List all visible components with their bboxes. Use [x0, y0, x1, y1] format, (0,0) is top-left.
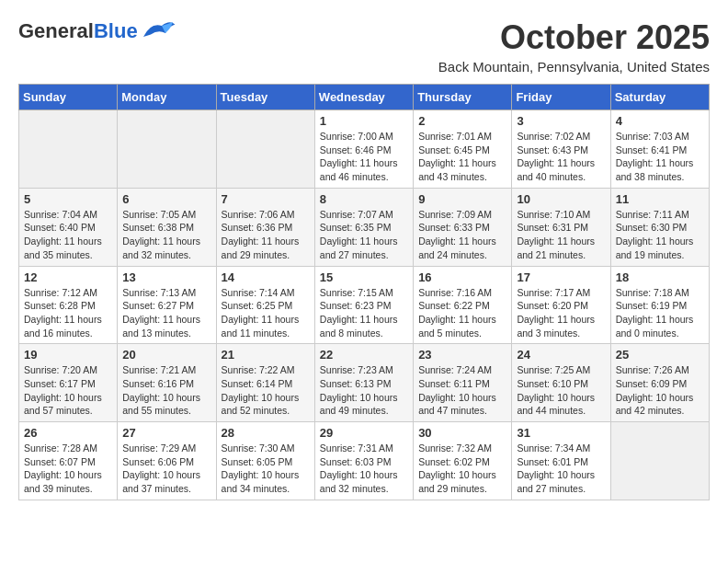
table-row: 26Sunrise: 7:28 AM Sunset: 6:07 PM Dayli…: [19, 422, 118, 500]
day-number: 27: [122, 426, 210, 440]
table-row: 17Sunrise: 7:17 AM Sunset: 6:20 PM Dayli…: [512, 266, 610, 344]
day-info: Sunrise: 7:32 AM Sunset: 6:02 PM Dayligh…: [418, 442, 506, 496]
day-number: 13: [122, 270, 210, 284]
day-number: 19: [24, 348, 112, 362]
col-tuesday: Tuesday: [216, 85, 314, 110]
day-info: Sunrise: 7:28 AM Sunset: 6:07 PM Dayligh…: [24, 442, 112, 496]
day-info: Sunrise: 7:09 AM Sunset: 6:33 PM Dayligh…: [418, 208, 506, 262]
day-number: 7: [222, 192, 310, 206]
day-number: 18: [616, 270, 704, 284]
day-number: 31: [517, 426, 605, 440]
logo: GeneralBlue: [18, 18, 176, 44]
day-info: Sunrise: 7:13 AM Sunset: 6:27 PM Dayligh…: [122, 286, 210, 340]
day-number: 2: [418, 114, 506, 128]
day-number: 15: [320, 270, 408, 284]
day-number: 23: [418, 348, 506, 362]
table-row: 23Sunrise: 7:24 AM Sunset: 6:11 PM Dayli…: [414, 344, 512, 422]
table-row: 16Sunrise: 7:16 AM Sunset: 6:22 PM Dayli…: [414, 266, 512, 344]
day-number: 8: [320, 192, 408, 206]
table-row: 8Sunrise: 7:07 AM Sunset: 6:35 PM Daylig…: [314, 188, 413, 266]
table-row: 6Sunrise: 7:05 AM Sunset: 6:38 PM Daylig…: [118, 188, 216, 266]
day-number: 1: [320, 114, 408, 128]
table-row: 27Sunrise: 7:29 AM Sunset: 6:06 PM Dayli…: [118, 422, 216, 500]
calendar-table: Sunday Monday Tuesday Wednesday Thursday…: [18, 84, 710, 500]
day-info: Sunrise: 7:06 AM Sunset: 6:36 PM Dayligh…: [222, 208, 310, 262]
table-row: [216, 110, 314, 189]
table-row: 7Sunrise: 7:06 AM Sunset: 6:36 PM Daylig…: [216, 188, 314, 266]
table-row: 15Sunrise: 7:15 AM Sunset: 6:23 PM Dayli…: [314, 266, 413, 344]
day-number: 24: [517, 348, 605, 362]
day-number: 9: [418, 192, 506, 206]
location: Back Mountain, Pennsylvania, United Stat…: [438, 59, 710, 75]
day-info: Sunrise: 7:21 AM Sunset: 6:16 PM Dayligh…: [122, 363, 210, 418]
day-info: Sunrise: 7:30 AM Sunset: 6:05 PM Dayligh…: [222, 442, 310, 496]
day-number: 6: [122, 192, 210, 206]
day-info: Sunrise: 7:26 AM Sunset: 6:09 PM Dayligh…: [616, 363, 704, 418]
day-number: 17: [517, 270, 605, 284]
day-number: 5: [24, 192, 112, 206]
table-row: 9Sunrise: 7:09 AM Sunset: 6:33 PM Daylig…: [414, 188, 512, 266]
col-saturday: Saturday: [610, 85, 709, 110]
page-container: GeneralBlue October 2025 Back Mountain, …: [0, 0, 728, 510]
day-info: Sunrise: 7:10 AM Sunset: 6:31 PM Dayligh…: [517, 208, 605, 262]
day-info: Sunrise: 7:07 AM Sunset: 6:35 PM Dayligh…: [320, 208, 408, 262]
calendar-row: 1Sunrise: 7:00 AM Sunset: 6:46 PM Daylig…: [19, 110, 710, 189]
day-info: Sunrise: 7:25 AM Sunset: 6:10 PM Dayligh…: [517, 363, 605, 418]
day-number: 20: [122, 348, 210, 362]
day-number: 22: [320, 348, 408, 362]
day-info: Sunrise: 7:23 AM Sunset: 6:13 PM Dayligh…: [320, 363, 408, 418]
day-number: 10: [517, 192, 605, 206]
logo-blue: Blue: [94, 19, 138, 42]
table-row: 29Sunrise: 7:31 AM Sunset: 6:03 PM Dayli…: [314, 422, 413, 500]
title-block: October 2025 Back Mountain, Pennsylvania…: [438, 18, 710, 75]
day-number: 30: [418, 426, 506, 440]
logo-bird-icon: [140, 18, 176, 44]
table-row: 13Sunrise: 7:13 AM Sunset: 6:27 PM Dayli…: [118, 266, 216, 344]
day-number: 14: [222, 270, 310, 284]
table-row: 18Sunrise: 7:18 AM Sunset: 6:19 PM Dayli…: [610, 266, 709, 344]
table-row: 11Sunrise: 7:11 AM Sunset: 6:30 PM Dayli…: [610, 188, 709, 266]
day-info: Sunrise: 7:04 AM Sunset: 6:40 PM Dayligh…: [24, 208, 112, 262]
header-row: Sunday Monday Tuesday Wednesday Thursday…: [19, 85, 710, 110]
day-info: Sunrise: 7:01 AM Sunset: 6:45 PM Dayligh…: [418, 130, 506, 184]
month-title: October 2025: [438, 18, 710, 57]
col-wednesday: Wednesday: [314, 85, 413, 110]
day-info: Sunrise: 7:34 AM Sunset: 6:01 PM Dayligh…: [517, 442, 605, 496]
day-number: 25: [616, 348, 704, 362]
table-row: [610, 422, 709, 500]
table-row: 10Sunrise: 7:10 AM Sunset: 6:31 PM Dayli…: [512, 188, 610, 266]
table-row: 21Sunrise: 7:22 AM Sunset: 6:14 PM Dayli…: [216, 344, 314, 422]
day-info: Sunrise: 7:20 AM Sunset: 6:17 PM Dayligh…: [24, 363, 112, 418]
calendar-body: 1Sunrise: 7:00 AM Sunset: 6:46 PM Daylig…: [19, 110, 710, 500]
day-info: Sunrise: 7:24 AM Sunset: 6:11 PM Dayligh…: [418, 363, 506, 418]
day-info: Sunrise: 7:00 AM Sunset: 6:46 PM Dayligh…: [320, 130, 408, 184]
day-info: Sunrise: 7:18 AM Sunset: 6:19 PM Dayligh…: [616, 286, 704, 340]
day-number: 16: [418, 270, 506, 284]
table-row: 2Sunrise: 7:01 AM Sunset: 6:45 PM Daylig…: [414, 110, 512, 189]
table-row: 25Sunrise: 7:26 AM Sunset: 6:09 PM Dayli…: [610, 344, 709, 422]
calendar-header: Sunday Monday Tuesday Wednesday Thursday…: [19, 85, 710, 110]
col-thursday: Thursday: [414, 85, 512, 110]
table-row: 3Sunrise: 7:02 AM Sunset: 6:43 PM Daylig…: [512, 110, 610, 189]
day-info: Sunrise: 7:03 AM Sunset: 6:41 PM Dayligh…: [616, 130, 704, 184]
day-number: 29: [320, 426, 408, 440]
day-number: 28: [222, 426, 310, 440]
table-row: 22Sunrise: 7:23 AM Sunset: 6:13 PM Dayli…: [314, 344, 413, 422]
day-number: 4: [616, 114, 704, 128]
table-row: 5Sunrise: 7:04 AM Sunset: 6:40 PM Daylig…: [19, 188, 118, 266]
table-row: 4Sunrise: 7:03 AM Sunset: 6:41 PM Daylig…: [610, 110, 709, 189]
table-row: [19, 110, 118, 189]
col-sunday: Sunday: [19, 85, 118, 110]
table-row: 24Sunrise: 7:25 AM Sunset: 6:10 PM Dayli…: [512, 344, 610, 422]
calendar-row: 5Sunrise: 7:04 AM Sunset: 6:40 PM Daylig…: [19, 188, 710, 266]
day-number: 11: [616, 192, 704, 206]
calendar-row: 26Sunrise: 7:28 AM Sunset: 6:07 PM Dayli…: [19, 422, 710, 500]
day-info: Sunrise: 7:05 AM Sunset: 6:38 PM Dayligh…: [122, 208, 210, 262]
day-info: Sunrise: 7:12 AM Sunset: 6:28 PM Dayligh…: [24, 286, 112, 340]
logo-general: General: [18, 19, 94, 42]
day-info: Sunrise: 7:22 AM Sunset: 6:14 PM Dayligh…: [222, 363, 310, 418]
table-row: 12Sunrise: 7:12 AM Sunset: 6:28 PM Dayli…: [19, 266, 118, 344]
day-info: Sunrise: 7:17 AM Sunset: 6:20 PM Dayligh…: [517, 286, 605, 340]
day-number: 21: [222, 348, 310, 362]
day-info: Sunrise: 7:31 AM Sunset: 6:03 PM Dayligh…: [320, 442, 408, 496]
